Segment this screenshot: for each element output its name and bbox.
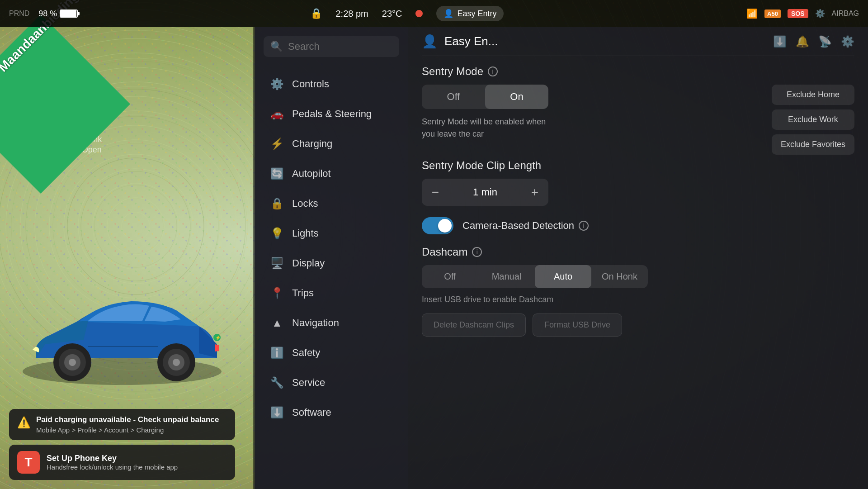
delete-clips-button[interactable]: Delete Dashcam Clips — [422, 313, 526, 337]
software-label: Software — [292, 407, 331, 418]
wifi-icon: 📶 — [746, 8, 758, 19]
bottom-notifications: ⚠️ Paid charging unavailable - Check unp… — [9, 409, 235, 480]
top-bar-left: PRND 98 % — [9, 9, 90, 19]
trips-label: Trips — [292, 287, 314, 299]
dashcam-modes[interactable]: Off Manual Auto On Honk — [422, 265, 648, 288]
camera-detection-info-icon[interactable]: i — [579, 221, 589, 231]
sidebar-item-lights[interactable]: 💡 Lights — [259, 219, 404, 248]
sidebar-item-software[interactable]: ⬇️ Software — [259, 398, 404, 427]
sentry-off-option[interactable]: Off — [422, 85, 485, 109]
person-icon: 👤 — [443, 9, 453, 19]
sidebar-item-trips[interactable]: 📍 Trips — [259, 279, 404, 308]
phone-key-title: Set Up Phone Key — [47, 454, 178, 463]
controls-icon: ⚙️ — [270, 78, 284, 90]
download-icon[interactable]: ⬇️ — [773, 35, 787, 48]
top-bar-center: 🔒 2:28 pm 23°C 👤 Easy Entry — [90, 6, 723, 21]
camera-detection-toggle[interactable] — [422, 217, 453, 234]
airbag-icon: ⚙️ — [815, 9, 825, 19]
search-icon: 🔍 — [270, 41, 283, 52]
pedals-icon: 🚗 — [270, 108, 284, 120]
center-panel: 🔍 ⚙️ Controls 🚗 Pedals & Steering ⚡ Char… — [255, 27, 408, 489]
sidebar-item-locks[interactable]: 🔒 Locks — [259, 189, 404, 218]
display-icon: 🖥️ — [270, 257, 284, 270]
safety-label: Safety — [292, 347, 320, 359]
navigation-icon: ▲ — [270, 317, 284, 329]
lock-icon: 🔒 — [310, 8, 322, 19]
sentry-exclude-buttons: Exclude Home Exclude Work Exclude Favori… — [772, 85, 854, 155]
autopilot-label: Autopilot — [292, 168, 331, 180]
exclude-home-button[interactable]: Exclude Home — [772, 85, 854, 105]
sentry-mode-title: Sentry Mode i — [422, 65, 854, 78]
sidebar-item-display[interactable]: 🖥️ Display — [259, 249, 404, 278]
header-person-icon: 👤 — [422, 34, 438, 49]
camera-detection-row: Camera-Based Detection i — [422, 217, 854, 234]
car-svg: ⚡ — [9, 263, 235, 399]
battery-fill — [61, 10, 76, 17]
notification-icon[interactable]: 🔔 — [796, 35, 809, 48]
exclude-work-button[interactable]: Exclude Work — [772, 109, 854, 130]
notification-subtitle: Mobile App > Profile > Account > Chargin… — [36, 426, 219, 434]
sentry-mode-toggle[interactable]: Off On — [422, 85, 548, 109]
search-bar[interactable]: 🔍 — [255, 27, 408, 64]
sidebar-item-pedals-steering[interactable]: 🚗 Pedals & Steering — [259, 100, 404, 128]
settings-icon[interactable]: ⚙️ — [841, 35, 854, 48]
clip-length-section: Sentry Mode Clip Length − 1 min + — [422, 159, 854, 206]
sentry-mode-section: Sentry Mode i Off On Sentry Mode will be… — [422, 65, 854, 155]
camera-detection-label: Camera-Based Detection i — [462, 220, 589, 232]
trips-icon: 📍 — [270, 287, 284, 299]
battery-percent: 98 % — [38, 9, 57, 19]
sidebar-item-safety[interactable]: ℹ️ Safety — [259, 338, 404, 367]
dashcam-off-option[interactable]: Off — [422, 265, 478, 288]
navigation-label: Navigation — [292, 317, 339, 329]
right-panel: 👤 Easy En... ⬇️ 🔔 📡 ⚙️ Sentry Mode i Off… — [408, 27, 868, 489]
sentry-on-option[interactable]: On — [485, 85, 548, 109]
phone-key-card[interactable]: T Set Up Phone Key Handsfree lock/unlock… — [9, 445, 235, 480]
easy-entry-button[interactable]: 👤 Easy Entry — [436, 6, 504, 21]
charging-label: Charging — [292, 138, 332, 150]
sidebar-item-charging[interactable]: ⚡ Charging — [259, 129, 404, 158]
sidebar-item-navigation[interactable]: ▲ Navigation — [259, 309, 404, 337]
airbag-label: AIRBAG — [832, 9, 859, 18]
search-input[interactable] — [288, 41, 392, 52]
dashcam-info-icon[interactable]: i — [472, 247, 482, 257]
search-input-container[interactable]: 🔍 — [264, 36, 399, 57]
clip-value: 1 min — [449, 186, 521, 198]
easy-entry-label: Easy Entry — [457, 9, 496, 19]
usb-message: Insert USB drive to enable Dashcam — [422, 295, 854, 304]
left-panel: Maandaanbieding 0 KM/H ED 🔓 Trunk Open — [0, 27, 253, 489]
a50-badge: A50 — [764, 9, 781, 18]
sidebar-item-service[interactable]: 🔧 Service — [259, 368, 404, 397]
charging-icon: ⚡ — [270, 138, 284, 150]
locks-label: Locks — [292, 198, 318, 209]
dashcam-onhonk-option[interactable]: On Honk — [591, 265, 648, 288]
bluetooth-icon[interactable]: 📡 — [818, 35, 832, 48]
pedals-label: Pedals & Steering — [292, 108, 372, 120]
phone-key-subtitle: Handsfree lock/unlock using the mobile a… — [47, 463, 178, 471]
clip-length-control[interactable]: − 1 min + — [422, 179, 548, 206]
car-image: ⚡ — [9, 263, 235, 399]
clip-decrease-button[interactable]: − — [422, 179, 449, 206]
sidebar-item-controls[interactable]: ⚙️ Controls — [259, 70, 404, 99]
dashcam-auto-option[interactable]: Auto — [535, 265, 591, 288]
display-label: Display — [292, 257, 325, 269]
autopilot-icon: 🔄 — [270, 167, 284, 180]
exclude-favorites-button[interactable]: Exclude Favorites — [772, 134, 854, 155]
top-bar: PRND 98 % 🔒 2:28 pm 23°C 👤 Easy Entry 📶 … — [0, 0, 868, 27]
lights-label: Lights — [292, 228, 319, 239]
temp-display: 23°C — [382, 9, 402, 19]
time-display: 2:28 pm — [336, 9, 368, 19]
sentry-info-icon[interactable]: i — [488, 66, 498, 76]
warning-icon: ⚠️ — [17, 416, 31, 429]
clip-increase-button[interactable]: + — [521, 179, 548, 206]
record-indicator — [415, 10, 423, 17]
format-usb-button[interactable]: Format USB Drive — [533, 313, 622, 337]
sidebar-item-autopilot[interactable]: 🔄 Autopilot — [259, 159, 404, 188]
locks-icon: 🔒 — [270, 197, 284, 210]
nav-list: ⚙️ Controls 🚗 Pedals & Steering ⚡ Chargi… — [255, 64, 408, 489]
charging-notification: ⚠️ Paid charging unavailable - Check unp… — [9, 409, 235, 440]
svg-point-8 — [173, 359, 180, 366]
dashcam-section: Dashcam i Off Manual Auto On Honk Insert… — [422, 246, 854, 337]
battery-indicator: 98 % — [38, 9, 78, 19]
dashcam-title: Dashcam i — [422, 246, 854, 258]
dashcam-manual-option[interactable]: Manual — [478, 265, 535, 288]
